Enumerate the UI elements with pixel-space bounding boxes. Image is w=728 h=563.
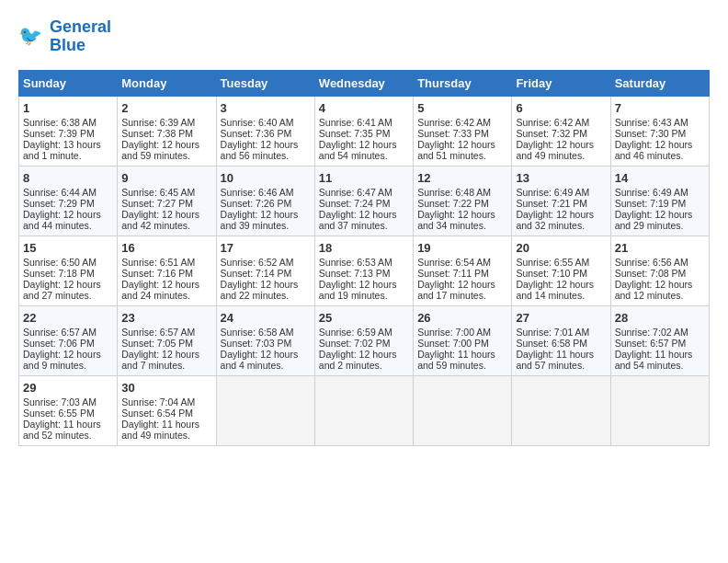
- sunset-text: Sunset: 7:22 PM: [417, 198, 489, 209]
- calendar-cell: 24Sunrise: 6:58 AMSunset: 7:03 PMDayligh…: [216, 305, 314, 375]
- sunset-text: Sunset: 7:38 PM: [121, 128, 193, 139]
- header-thursday: Thursday: [414, 70, 512, 96]
- sunset-text: Sunset: 7:16 PM: [121, 268, 193, 279]
- sunset-text: Sunset: 7:05 PM: [121, 338, 193, 349]
- calendar-cell: 30Sunrise: 7:04 AMSunset: 6:54 PMDayligh…: [118, 375, 216, 445]
- calendar-cell: 1Sunrise: 6:38 AMSunset: 7:39 PMDaylight…: [19, 96, 118, 166]
- sunrise-text: Sunrise: 7:01 AM: [516, 327, 589, 338]
- sunrise-text: Sunrise: 6:49 AM: [516, 187, 589, 198]
- calendar-cell: 23Sunrise: 6:57 AMSunset: 7:05 PMDayligh…: [118, 305, 216, 375]
- sunset-text: Sunset: 7:30 PM: [615, 128, 687, 139]
- sunset-text: Sunset: 7:19 PM: [615, 198, 687, 209]
- sunrise-text: Sunrise: 6:43 AM: [615, 117, 688, 128]
- calendar-cell: 4Sunrise: 6:41 AMSunset: 7:35 PMDaylight…: [314, 96, 413, 166]
- sunset-text: Sunset: 7:35 PM: [319, 128, 391, 139]
- daylight-text: Daylight: 12 hours and 34 minutes.: [417, 209, 495, 231]
- calendar-week-row: 1Sunrise: 6:38 AMSunset: 7:39 PMDaylight…: [19, 96, 710, 166]
- header-saturday: Saturday: [610, 70, 709, 96]
- day-number: 17: [221, 241, 311, 255]
- day-number: 18: [319, 241, 409, 255]
- day-number: 16: [121, 241, 211, 255]
- day-number: 29: [23, 381, 113, 395]
- calendar-cell: 27Sunrise: 7:01 AMSunset: 6:58 PMDayligh…: [512, 305, 610, 375]
- day-number: 10: [221, 171, 311, 185]
- day-number: 23: [121, 311, 211, 325]
- sunset-text: Sunset: 6:58 PM: [516, 338, 587, 349]
- header-sunday: Sunday: [19, 70, 118, 96]
- calendar-cell: 21Sunrise: 6:56 AMSunset: 7:08 PMDayligh…: [610, 236, 709, 305]
- sunrise-text: Sunrise: 7:00 AM: [417, 327, 491, 338]
- calendar-week-row: 15Sunrise: 6:50 AMSunset: 7:18 PMDayligh…: [19, 236, 710, 305]
- sunrise-text: Sunrise: 6:53 AM: [319, 257, 392, 268]
- daylight-text: Daylight: 12 hours and 29 minutes.: [615, 209, 693, 231]
- sunrise-text: Sunrise: 6:49 AM: [615, 187, 688, 198]
- daylight-text: Daylight: 11 hours and 59 minutes.: [417, 349, 495, 371]
- sunrise-text: Sunrise: 7:02 AM: [615, 327, 688, 338]
- day-number: 13: [516, 171, 606, 185]
- sunrise-text: Sunrise: 7:03 AM: [23, 396, 97, 408]
- daylight-text: Daylight: 12 hours and 39 minutes.: [221, 209, 299, 231]
- day-number: 22: [23, 311, 113, 325]
- logo-icon: 🐦: [18, 21, 46, 52]
- sunset-text: Sunset: 7:11 PM: [417, 268, 489, 279]
- calendar-cell: 20Sunrise: 6:55 AMSunset: 7:10 PMDayligh…: [512, 236, 610, 305]
- calendar-cell: 13Sunrise: 6:49 AMSunset: 7:21 PMDayligh…: [512, 166, 610, 236]
- sunset-text: Sunset: 7:03 PM: [221, 338, 292, 349]
- day-number: 3: [221, 101, 311, 115]
- header-friday: Friday: [512, 70, 610, 96]
- sunrise-text: Sunrise: 6:42 AM: [516, 117, 589, 128]
- calendar-cell: 26Sunrise: 7:00 AMSunset: 7:00 PMDayligh…: [414, 305, 512, 375]
- calendar-cell: 18Sunrise: 6:53 AMSunset: 7:13 PMDayligh…: [314, 236, 413, 305]
- header-wednesday: Wednesday: [314, 70, 413, 96]
- sunrise-text: Sunrise: 6:44 AM: [23, 187, 97, 198]
- sunset-text: Sunset: 6:55 PM: [23, 408, 95, 419]
- sunrise-text: Sunrise: 6:58 AM: [221, 327, 294, 338]
- daylight-text: Daylight: 12 hours and 27 minutes.: [23, 279, 101, 301]
- day-number: 8: [23, 171, 113, 185]
- sunrise-text: Sunrise: 6:42 AM: [417, 117, 491, 128]
- calendar-table: SundayMondayTuesdayWednesdayThursdayFrid…: [18, 70, 710, 446]
- calendar-week-row: 29Sunrise: 7:03 AMSunset: 6:55 PMDayligh…: [19, 375, 710, 445]
- calendar-cell: 9Sunrise: 6:45 AMSunset: 7:27 PMDaylight…: [118, 166, 216, 236]
- sunset-text: Sunset: 7:00 PM: [417, 338, 489, 349]
- calendar-cell: [314, 375, 413, 445]
- sunset-text: Sunset: 7:39 PM: [23, 128, 95, 139]
- sunrise-text: Sunrise: 6:48 AM: [417, 187, 491, 198]
- day-number: 1: [23, 101, 113, 115]
- calendar-cell: [414, 375, 512, 445]
- daylight-text: Daylight: 12 hours and 51 minutes.: [417, 139, 495, 161]
- sunset-text: Sunset: 7:32 PM: [516, 128, 587, 139]
- day-number: 19: [417, 241, 507, 255]
- sunrise-text: Sunrise: 6:38 AM: [23, 117, 97, 128]
- day-number: 14: [615, 171, 705, 185]
- sunset-text: Sunset: 7:27 PM: [121, 198, 193, 209]
- daylight-text: Daylight: 12 hours and 59 minutes.: [121, 139, 199, 161]
- day-number: 9: [121, 171, 211, 185]
- daylight-text: Daylight: 12 hours and 49 minutes.: [516, 139, 594, 161]
- calendar-cell: 10Sunrise: 6:46 AMSunset: 7:26 PMDayligh…: [216, 166, 314, 236]
- daylight-text: Daylight: 12 hours and 24 minutes.: [121, 279, 199, 301]
- sunset-text: Sunset: 7:13 PM: [319, 268, 391, 279]
- day-number: 15: [23, 241, 113, 255]
- sunset-text: Sunset: 7:18 PM: [23, 268, 95, 279]
- sunrise-text: Sunrise: 6:46 AM: [221, 187, 294, 198]
- calendar-cell: 17Sunrise: 6:52 AMSunset: 7:14 PMDayligh…: [216, 236, 314, 305]
- sunset-text: Sunset: 6:57 PM: [615, 338, 687, 349]
- sunset-text: Sunset: 7:08 PM: [615, 268, 687, 279]
- daylight-text: Daylight: 12 hours and 56 minutes.: [221, 139, 299, 161]
- sunrise-text: Sunrise: 6:52 AM: [221, 257, 294, 268]
- daylight-text: Daylight: 12 hours and 22 minutes.: [221, 279, 299, 301]
- calendar-cell: [216, 375, 314, 445]
- calendar-header-row: SundayMondayTuesdayWednesdayThursdayFrid…: [19, 70, 710, 96]
- day-number: 5: [417, 101, 507, 115]
- daylight-text: Daylight: 11 hours and 49 minutes.: [121, 419, 199, 441]
- day-number: 20: [516, 241, 606, 255]
- daylight-text: Daylight: 12 hours and 42 minutes.: [121, 209, 199, 231]
- sunrise-text: Sunrise: 6:39 AM: [121, 117, 195, 128]
- sunset-text: Sunset: 6:54 PM: [121, 408, 193, 419]
- calendar-week-row: 22Sunrise: 6:57 AMSunset: 7:06 PMDayligh…: [19, 305, 710, 375]
- sunset-text: Sunset: 7:14 PM: [221, 268, 292, 279]
- calendar-cell: 5Sunrise: 6:42 AMSunset: 7:33 PMDaylight…: [414, 96, 512, 166]
- day-number: 30: [121, 381, 211, 395]
- calendar-cell: 6Sunrise: 6:42 AMSunset: 7:32 PMDaylight…: [512, 96, 610, 166]
